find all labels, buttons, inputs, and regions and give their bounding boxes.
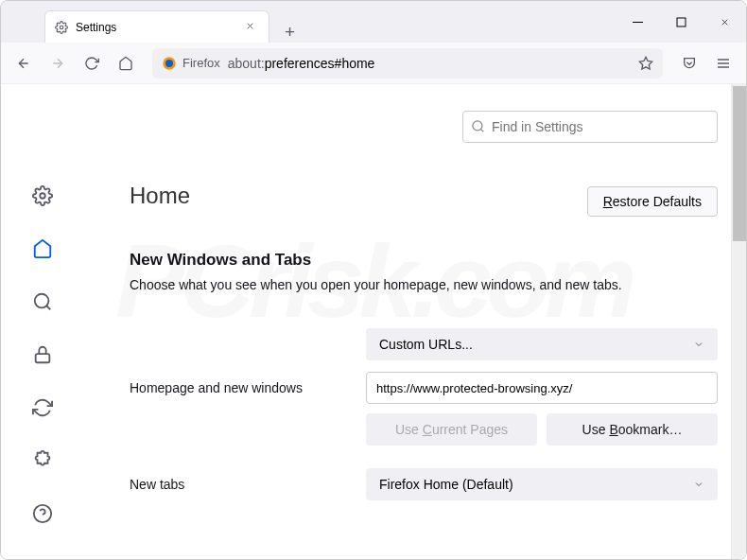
lock-icon — [32, 344, 53, 365]
svg-rect-18 — [36, 354, 50, 362]
toolbar: Firefox about:preferences#home — [1, 43, 746, 84]
settings-main: Home Restore Defaults New Windows and Ta… — [84, 84, 746, 560]
restore-defaults-button[interactable]: Restore Defaults — [587, 186, 718, 217]
svg-point-16 — [35, 294, 49, 308]
hamburger-icon — [716, 56, 731, 71]
pocket-button[interactable] — [674, 48, 704, 79]
url-text: about:preferences#home — [228, 56, 375, 71]
sidebar-item-help[interactable] — [29, 500, 56, 527]
arrow-left-icon — [16, 56, 31, 71]
use-current-pages-button: Use Current Pages — [366, 413, 537, 446]
newtabs-row: New tabs Firefox Home (Default) — [130, 468, 718, 500]
section-title: New Windows and Tabs — [130, 251, 718, 270]
scrollbar[interactable] — [731, 84, 746, 560]
select-value: Firefox Home (Default) — [379, 477, 513, 492]
window-controls — [616, 1, 746, 43]
tab-close-button[interactable] — [241, 18, 259, 36]
sidebar-item-home[interactable] — [29, 236, 56, 262]
puzzle-icon — [32, 450, 53, 471]
titlebar: Settings + — [1, 1, 746, 43]
newtabs-label: New tabs — [130, 477, 351, 492]
home-button[interactable] — [111, 48, 141, 79]
reload-button[interactable] — [77, 48, 107, 79]
sidebar-item-search[interactable] — [29, 289, 56, 315]
home-icon — [32, 238, 53, 259]
identity-label: Firefox — [182, 56, 220, 70]
svg-line-22 — [480, 129, 483, 131]
sync-icon — [32, 397, 53, 418]
search-icon — [471, 119, 485, 137]
search-settings-container — [462, 111, 718, 143]
gear-icon — [32, 185, 53, 206]
homepage-mode-row: Custom URLs... — [130, 328, 718, 360]
sidebar-item-extensions[interactable] — [29, 447, 56, 474]
close-icon — [720, 17, 730, 27]
svg-marker-11 — [639, 57, 651, 69]
site-identity[interactable]: Firefox — [162, 56, 220, 71]
url-bar[interactable]: Firefox about:preferences#home — [152, 48, 663, 79]
minimize-button[interactable] — [616, 1, 659, 43]
minimize-icon — [633, 17, 643, 27]
svg-rect-4 — [677, 18, 686, 26]
browser-tab[interactable]: Settings — [44, 10, 269, 43]
close-window-button[interactable] — [703, 1, 746, 43]
gear-icon — [55, 21, 68, 34]
sidebar-item-sync[interactable] — [29, 394, 56, 421]
newtabs-select[interactable]: Firefox Home (Default) — [366, 468, 718, 500]
svg-point-15 — [40, 193, 45, 199]
settings-sidebar — [1, 84, 84, 560]
bookmark-star-icon[interactable] — [638, 56, 653, 71]
firefox-logo-icon — [162, 56, 177, 71]
maximize-icon — [676, 17, 686, 27]
arrow-right-icon — [50, 56, 65, 71]
svg-point-21 — [473, 121, 482, 131]
svg-point-0 — [60, 26, 63, 29]
svg-point-10 — [165, 60, 173, 67]
new-tab-button[interactable]: + — [279, 22, 301, 43]
help-icon — [32, 503, 53, 524]
tab-title: Settings — [76, 21, 241, 34]
use-bookmark-button[interactable]: Use Bookmark… — [547, 413, 718, 446]
menu-button[interactable] — [708, 48, 738, 79]
search-settings-input[interactable] — [462, 111, 718, 143]
select-value: Custom URLs... — [379, 337, 473, 352]
back-button[interactable] — [9, 48, 39, 79]
sidebar-item-general[interactable] — [29, 183, 56, 209]
home-icon — [118, 56, 133, 71]
pocket-icon — [682, 56, 697, 71]
maximize-button[interactable] — [659, 1, 703, 43]
homepage-mode-select[interactable]: Custom URLs... — [366, 328, 718, 360]
homepage-label: Homepage and new windows — [130, 380, 351, 395]
svg-line-17 — [46, 306, 50, 309]
homepage-url-row: Homepage and new windows — [130, 372, 718, 404]
forward-button[interactable] — [43, 48, 73, 79]
reload-icon — [84, 56, 99, 71]
search-icon — [32, 291, 53, 312]
close-icon — [245, 21, 255, 31]
homepage-buttons: Use Current Pages Use Bookmark… — [366, 413, 718, 446]
section-description: Choose what you see when you open your h… — [130, 277, 718, 292]
sidebar-item-privacy[interactable] — [29, 341, 56, 368]
chevron-down-icon — [693, 339, 704, 350]
scrollbar-thumb[interactable] — [733, 86, 746, 241]
homepage-url-input[interactable] — [366, 372, 718, 404]
chevron-down-icon — [693, 479, 704, 490]
